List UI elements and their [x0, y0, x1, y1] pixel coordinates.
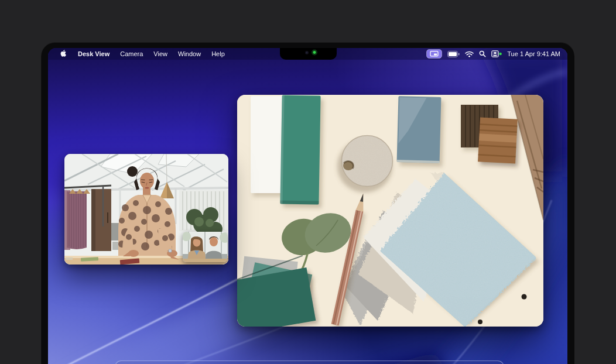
facetime-window[interactable] — [64, 154, 228, 265]
blue-gray-tile-sample — [396, 96, 444, 167]
desk-view-window[interactable] — [237, 95, 543, 327]
snap-button — [522, 294, 527, 300]
wooden-hangers — [69, 189, 90, 194]
desk-view-scene — [237, 95, 543, 327]
menu-bar-clock[interactable]: Tue 1 Apr 9:41 AM — [507, 50, 560, 57]
menu-item-window[interactable]: Window — [173, 50, 206, 57]
background-window-top-edge[interactable] — [115, 360, 504, 364]
teal-tile-sample — [280, 95, 323, 208]
spotlight-search-icon[interactable] — [479, 50, 486, 57]
face — [140, 173, 154, 189]
menu-item-app-desk-view[interactable]: Desk View — [73, 50, 115, 57]
desk-view-status-icon[interactable] — [426, 49, 442, 59]
camera-active-dot — [499, 53, 502, 56]
facetime-pip-remote-participants[interactable] — [183, 232, 227, 262]
macbook-body: Desk View Camera View Window Help — [41, 42, 574, 364]
apple-menu[interactable] — [54, 49, 73, 59]
menu-item-view[interactable]: View — [148, 50, 173, 57]
marketing-canvas: Desk View Camera View Window Help — [0, 0, 616, 364]
camera-led — [313, 51, 316, 54]
apple-logo-icon — [60, 49, 67, 57]
notch-camera — [280, 48, 337, 60]
user-switcher-icon[interactable] — [491, 50, 502, 57]
camera-notch — [280, 48, 337, 60]
macbook-screen: Desk View Camera View Window Help — [48, 48, 567, 364]
silver-ring — [169, 249, 172, 252]
pip-video-scene — [183, 232, 227, 262]
brown-wood-sample — [478, 117, 520, 166]
wifi-icon[interactable] — [465, 51, 474, 57]
menu-item-camera[interactable]: Camera — [115, 50, 148, 57]
hanging-garments — [67, 191, 87, 249]
snap-button — [478, 320, 482, 324]
menu-item-help[interactable]: Help — [206, 50, 230, 57]
battery-icon[interactable] — [447, 51, 460, 57]
